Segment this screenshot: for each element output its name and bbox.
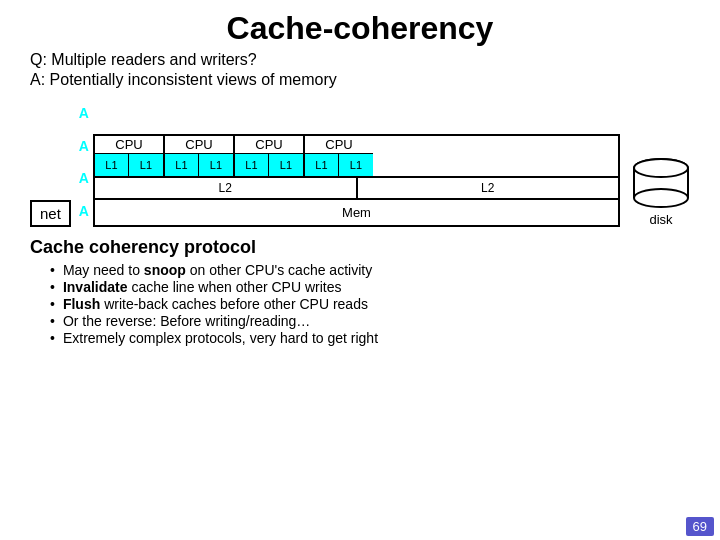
cpu-label-3: CPU bbox=[235, 136, 303, 154]
cpu1-l1-1: L1 bbox=[95, 154, 129, 176]
cpu3-l1-1: L1 bbox=[235, 154, 269, 176]
bullet-1: May need to snoop on other CPU's cache a… bbox=[50, 262, 690, 278]
a-label-2: A bbox=[79, 138, 89, 154]
cpu-label-1: CPU bbox=[95, 136, 163, 154]
disk-icon bbox=[632, 158, 690, 210]
l2-box-1: L2 bbox=[95, 178, 358, 198]
cpu-row: CPU L1 L1 CPU L1 L1 CPU L1 bbox=[95, 136, 618, 178]
cpu2-l1-2: L1 bbox=[199, 154, 233, 176]
cpu2-l1-1: L1 bbox=[165, 154, 199, 176]
cpu-unit-2: CPU L1 L1 bbox=[165, 136, 235, 176]
svg-point-4 bbox=[634, 189, 688, 207]
bullet-4: Or the reverse: Before writing/reading… bbox=[50, 313, 690, 329]
cpu1-l1-2: L1 bbox=[129, 154, 163, 176]
cpu3-l1-2: L1 bbox=[269, 154, 303, 176]
bullet-3-text: Flush write-back caches before other CPU… bbox=[63, 296, 368, 312]
mem-row: Mem bbox=[95, 200, 618, 225]
bullet-list: May need to snoop on other CPU's cache a… bbox=[30, 262, 690, 346]
subtitle-line-1: Q: Multiple readers and writers? bbox=[30, 51, 690, 69]
net-label: net bbox=[30, 200, 71, 227]
cpu-unit-1: CPU L1 L1 bbox=[95, 136, 165, 176]
protocol-section: Cache coherency protocol May need to sno… bbox=[30, 237, 690, 346]
protocol-title: Cache coherency protocol bbox=[30, 237, 690, 258]
cpu-unit-3: CPU L1 L1 bbox=[235, 136, 305, 176]
l2-box-2: L2 bbox=[358, 178, 619, 198]
a-label-4: A bbox=[79, 203, 89, 219]
page-number: 69 bbox=[686, 517, 714, 536]
page-title: Cache-coherency bbox=[30, 10, 690, 47]
bullet-5: Extremely complex protocols, very hard t… bbox=[50, 330, 690, 346]
cpu4-l1-2: L1 bbox=[339, 154, 373, 176]
subtitle-line-2: A: Potentially inconsistent views of mem… bbox=[30, 71, 690, 89]
bullet-1-text: May need to snoop on other CPU's cache a… bbox=[63, 262, 372, 278]
bullet-2: Invalidate cache line when other CPU wri… bbox=[50, 279, 690, 295]
a-label-1: A bbox=[79, 105, 89, 121]
cpu-unit-4: CPU L1 L1 bbox=[305, 136, 373, 176]
a-label-3: A bbox=[79, 170, 89, 186]
svg-point-5 bbox=[634, 159, 688, 177]
bullet-3: Flush write-back caches before other CPU… bbox=[50, 296, 690, 312]
cpu4-l1-1: L1 bbox=[305, 154, 339, 176]
l2-row: L2 L2 bbox=[95, 178, 618, 200]
bullet-4-text: Or the reverse: Before writing/reading… bbox=[63, 313, 310, 329]
mem-box: Mem bbox=[95, 200, 618, 225]
disk-label: disk bbox=[649, 212, 672, 227]
cpu-label-2: CPU bbox=[165, 136, 233, 154]
bullet-2-text: Invalidate cache line when other CPU wri… bbox=[63, 279, 342, 295]
bullet-5-text: Extremely complex protocols, very hard t… bbox=[63, 330, 378, 346]
cpu-label-4: CPU bbox=[305, 136, 373, 154]
